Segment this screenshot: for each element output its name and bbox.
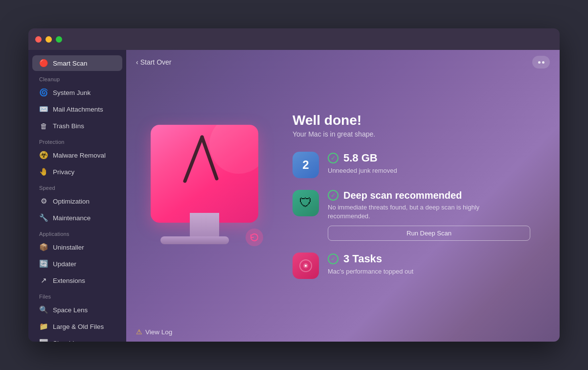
tasks-icon-svg [298,258,313,273]
result-header: Well done! Your Mac is in great shape. [293,113,530,138]
large-files-icon: 📁 [39,322,48,331]
view-log-button[interactable]: ⚠ View Log [136,328,172,336]
sidebar-item-extensions[interactable]: ↗ Extensions [32,273,122,288]
sidebar-section-cleanup: Cleanup [28,71,126,84]
more-options-button[interactable] [532,56,550,69]
shield-icon: 🛡 [299,195,312,210]
svg-point-4 [305,265,307,267]
back-button[interactable]: ‹ Start Over [136,58,171,66]
minimize-button[interactable] [45,36,52,43]
sidebar-section-applications: Applications [28,226,126,239]
sidebar-item-label: Updater [53,260,76,268]
sidebar-item-label: Malware Removal [53,152,106,159]
mac-base-graphic [160,236,229,244]
sidebar-item-trash-bins[interactable]: 🗑 Trash Bins [32,118,122,134]
shredder-icon: ⬜ [39,339,48,342]
chevron-left-icon: ‹ [136,58,138,66]
sidebar-item-malware-removal[interactable]: ☣️ Malware Removal [32,147,122,163]
main-content: ‹ Start Over [126,50,560,342]
sidebar-item-label: Extensions [53,277,85,284]
content-body: Well done! Your Mac is in great shape. 2… [126,74,560,322]
trash-icon: 🗑 [39,121,48,130]
sidebar-item-label: Privacy [53,168,74,176]
scissors-graphic [182,132,222,186]
sidebar-item-label: Trash Bins [53,122,84,130]
deep-scan-content: ✓ Deep scan recommended No immediate thr… [328,190,530,241]
sidebar-item-label: Shredder [53,340,80,342]
updater-icon: 🔄 [39,259,48,268]
junk-description: Unneeded junk removed [328,166,514,175]
dot2 [542,61,544,64]
close-button[interactable] [35,36,42,43]
result-title: Well done! [293,113,530,128]
junk-check-circle: ✓ [328,153,339,163]
sidebar-item-space-lens[interactable]: 🔍 Space Lens [32,302,122,318]
sidebar-item-shredder[interactable]: ⬜ Shredder [32,335,122,342]
view-log-label: View Log [145,328,172,336]
tasks-content: ✓ 3 Tasks Mac's performance topped out [328,253,530,276]
tasks-item-header: ✓ 3 Tasks [328,253,530,265]
extensions-icon: ↗ [39,276,48,285]
deep-scan-description: No immediate threats found, but a deep s… [328,203,514,221]
window-body: 🔴 Smart Scan Cleanup 🌀 System Junk ✉️ Ma… [28,50,560,342]
sidebar-item-uninstaller[interactable]: 📦 Uninstaller [32,239,122,255]
sidebar-item-optimization[interactable]: ⚙ Optimization [32,193,122,209]
sidebar-item-large-old-files[interactable]: 📁 Large & Old Files [32,319,122,334]
junk-item-header: ✓ 5.8 GB [328,152,530,164]
tasks-value: 3 Tasks [343,253,382,265]
app-window: 🔴 Smart Scan Cleanup 🌀 System Junk ✉️ Ma… [28,28,560,342]
title-bar [28,28,560,50]
results-panel: Well done! Your Mac is in great shape. 2… [293,108,530,279]
mac-screen-graphic [151,125,258,223]
sidebar-item-label: System Junk [53,89,90,96]
deep-scan-icon-wrapper: 🛡 [293,190,319,216]
traffic-lights [35,36,62,43]
sidebar-item-label: Maintenance [53,214,90,222]
sidebar-item-label: Space Lens [53,306,88,314]
content-header: ‹ Start Over [126,50,560,74]
sidebar-item-label: Mail Attachments [53,106,103,113]
optimization-icon: ⚙ [39,197,48,206]
tasks-check-circle: ✓ [328,254,339,264]
junk-value: 5.8 GB [343,152,378,164]
result-item-deep-scan: 🛡 ✓ Deep scan recommended No immediate t… [293,190,530,241]
sidebar-item-label: Smart Scan [53,60,88,67]
deep-scan-item-header: ✓ Deep scan recommended [328,190,530,201]
refresh-icon [246,229,263,246]
sidebar-item-mail-attachments[interactable]: ✉️ Mail Attachments [32,101,122,117]
sidebar-item-updater[interactable]: 🔄 Updater [32,256,122,272]
sidebar-item-label: Optimization [53,198,90,205]
result-item-junk: 2 ✓ 5.8 GB Unneeded junk removed [293,152,530,178]
sidebar-item-label: Large & Old Files [53,323,104,330]
sidebar-item-smart-scan[interactable]: 🔴 Smart Scan [32,55,122,71]
sidebar-item-privacy[interactable]: 🤚 Privacy [32,164,122,180]
mac-illustration [136,105,273,281]
tasks-icon-wrapper [293,253,319,279]
svg-line-0 [185,137,202,181]
run-deep-scan-button[interactable]: Run Deep Scan [328,226,530,241]
junk-content: ✓ 5.8 GB Unneeded junk removed [328,152,530,175]
uninstaller-icon: 📦 [39,243,48,252]
result-subtitle: Your Mac is in great shape. [293,130,530,138]
content-footer: ⚠ View Log [126,322,560,342]
sidebar: 🔴 Smart Scan Cleanup 🌀 System Junk ✉️ Ma… [28,50,126,342]
maintenance-icon: 🔧 [39,213,48,222]
smart-scan-icon: 🔴 [39,59,48,68]
deep-scan-check-circle: ✓ [328,190,339,201]
back-button-label: Start Over [140,58,172,66]
refresh-svg [249,232,259,242]
mac-stand-graphic [190,213,219,237]
tasks-description: Mac's performance topped out [328,267,514,276]
sidebar-item-system-junk[interactable]: 🌀 System Junk [32,85,122,100]
sidebar-item-label: Uninstaller [53,244,84,251]
sidebar-item-maintenance[interactable]: 🔧 Maintenance [32,210,122,226]
space-lens-icon: 🔍 [39,305,48,314]
mail-icon: ✉️ [39,105,48,114]
junk-icon: 2 [302,158,309,172]
result-item-tasks: ✓ 3 Tasks Mac's performance topped out [293,253,530,279]
dot1 [538,61,541,64]
svg-line-1 [202,137,217,179]
maximize-button[interactable] [56,36,62,43]
sidebar-section-protection: Protection [28,134,126,147]
sidebar-section-speed: Speed [28,180,126,193]
